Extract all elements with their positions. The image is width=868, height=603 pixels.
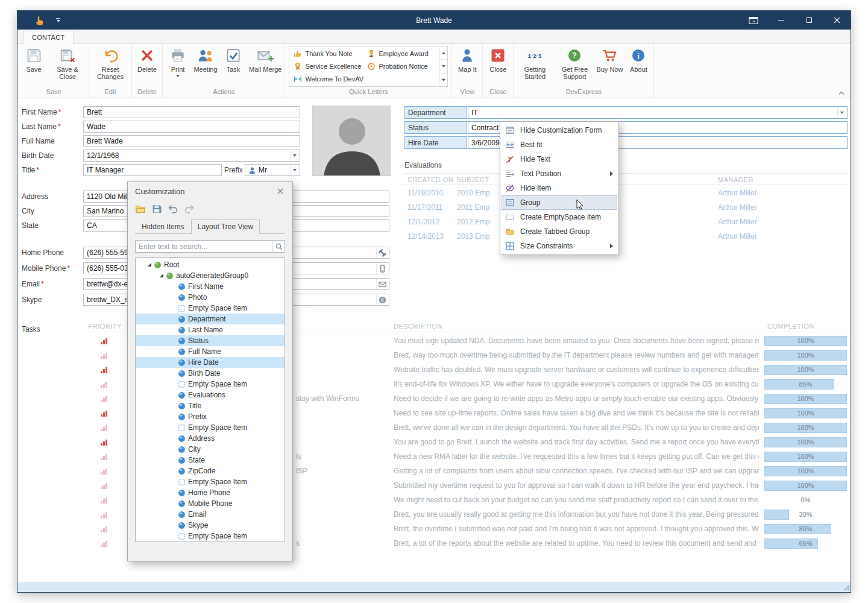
tab-contact[interactable]: CONTACT	[23, 31, 74, 44]
column-header-completion[interactable]: COMPLETION	[767, 323, 814, 330]
ribbon-button-save[interactable]: Save	[20, 45, 48, 88]
ribbon-button-getting-started[interactable]: 1·2·3Getting Started	[515, 45, 555, 88]
tree-node-full-name[interactable]: Full Name	[136, 346, 285, 357]
field-title[interactable]: IT Manager	[83, 164, 222, 176]
search-icon[interactable]	[272, 241, 285, 252]
tree-node-birth-date[interactable]: Birth Date	[136, 368, 285, 379]
ribbon-button-task[interactable]: Task	[219, 45, 247, 88]
gallery-more-button[interactable]	[439, 74, 447, 86]
ribbon-button-mail-merge[interactable]: Mail Merge	[247, 45, 283, 88]
dialog-tab-layout-tree-view[interactable]: Layout Tree View	[191, 219, 260, 234]
tree-node-first-name[interactable]: First Name	[136, 281, 285, 292]
tree-node-address[interactable]: Address	[136, 433, 285, 444]
ribbon-button-map-it[interactable]: Map It	[453, 45, 481, 88]
gallery-item-thank-you-note[interactable]: Thank You Note	[291, 48, 364, 60]
tree-node-mobile-phone[interactable]: Mobile Phone	[136, 498, 285, 509]
ribbon-button-save-close[interactable]: Save & Close	[48, 45, 87, 88]
menu-item-hide-item[interactable]: Hide Item	[502, 181, 617, 195]
menu-item-hide-customization-form[interactable]: Hide Customization Form	[502, 123, 617, 137]
dropdown-button[interactable]	[290, 151, 299, 160]
tree-node-email[interactable]: Email	[136, 509, 285, 520]
close-button[interactable]	[823, 11, 851, 30]
menu-item-group[interactable]: Group	[502, 195, 617, 210]
tree-node-empty-space-item[interactable]: Empty Space Item	[136, 422, 285, 433]
dialog-close-icon[interactable]	[275, 186, 285, 196]
display-options-button[interactable]	[740, 11, 767, 30]
tree-node-label: Birth Date	[188, 369, 220, 377]
menu-item-size-constraints[interactable]: Size Constraints	[502, 239, 617, 253]
column-header-manager[interactable]: MANAGER	[718, 176, 753, 183]
ribbon-group-caption: Close	[484, 88, 512, 98]
menu-item-best-fit[interactable]: Best fit	[502, 137, 617, 152]
ribbon-button-meeting[interactable]: Meeting	[192, 45, 219, 88]
field-first-name[interactable]: Brett	[83, 106, 300, 118]
gallery-scroll-down-button[interactable]	[439, 60, 447, 73]
minimize-button[interactable]	[767, 11, 795, 30]
tree-node-empty-space-item[interactable]: Empty Space Item	[136, 476, 285, 487]
tree-node-city[interactable]: City	[136, 444, 285, 455]
gallery-item-service-excellence[interactable]: Service Excellence	[291, 60, 364, 73]
ribbon-button-get-free-support[interactable]: ?Get Free Support	[555, 45, 594, 88]
resize-grip-icon[interactable]	[843, 585, 849, 591]
field-full-name[interactable]: Brett Wade	[83, 135, 300, 147]
dropdown-button[interactable]	[290, 165, 299, 175]
undo-button[interactable]	[168, 204, 178, 214]
search-input[interactable]	[136, 241, 272, 252]
ribbon-button-buy-now[interactable]: Buy Now	[594, 45, 624, 88]
expand-icon[interactable]	[157, 274, 166, 277]
tree-node-zipcode[interactable]: ZipCode	[136, 466, 285, 476]
priority-icon	[101, 482, 107, 489]
open-layout-button[interactable]	[135, 204, 146, 214]
column-header-subject[interactable]: SUBJECT	[457, 176, 489, 183]
menu-item-hide-text[interactable]: THide Text	[502, 152, 617, 166]
tree-node-department[interactable]: Department	[136, 314, 285, 324]
tree-node-last-name[interactable]: Last Name	[136, 324, 285, 335]
tree-node-prefix[interactable]: Prefix	[136, 411, 285, 422]
tree-node-evaluations[interactable]: Evaluations	[136, 390, 285, 400]
field-prefix[interactable]: Mr	[245, 164, 300, 176]
dropdown-button[interactable]	[837, 107, 846, 118]
svg-text:i: i	[638, 51, 640, 60]
column-header-priority[interactable]: PRIORITY	[88, 323, 122, 330]
tree-node-state[interactable]: State	[136, 455, 285, 466]
ribbon-button-reset-changes[interactable]: Reset Changes	[90, 45, 130, 88]
save-layout-button[interactable]	[151, 204, 162, 214]
dialog-tab-hidden-items[interactable]: Hidden Items	[135, 219, 191, 234]
tree-node-home-phone[interactable]: Home Phone	[136, 487, 285, 498]
gallery-item-employee-award[interactable]: Employee Award	[364, 48, 438, 60]
tree-node-photo[interactable]: Photo	[136, 292, 285, 303]
ribbon-button-print[interactable]: Print	[164, 45, 192, 88]
tree-node-empty-space-item[interactable]: Empty Space Item	[136, 379, 285, 390]
tree-node-root[interactable]: Root	[136, 259, 285, 270]
maximize-button[interactable]	[795, 11, 823, 30]
gallery-scroll-up-button[interactable]	[439, 46, 447, 60]
ribbon-button-delete[interactable]: Delete	[133, 45, 161, 88]
gallery-item-probation-notice[interactable]: Probation Notice	[364, 60, 438, 73]
field-department[interactable]: IT	[468, 106, 848, 119]
expand-icon[interactable]	[145, 263, 154, 267]
menu-item-create-tabbed-group[interactable]: Create Tabbed Group	[502, 224, 617, 239]
gallery-item-welcome-to-devav[interactable]: Welcome To DevAV	[291, 72, 364, 85]
task-completion: 100%	[764, 466, 847, 476]
tree-node-empty-space-item[interactable]: Empty Space Item	[136, 303, 285, 314]
menu-item-create-emptyspace-item[interactable]: Create EmptySpace Item	[502, 210, 617, 224]
collapse-ribbon-icon[interactable]	[838, 91, 844, 95]
tree-node-status[interactable]: Status	[136, 335, 285, 346]
dialog-titlebar[interactable]: Customization	[128, 182, 292, 200]
priority-icon	[101, 410, 107, 417]
column-header-description[interactable]: DESCRIPTION	[394, 323, 442, 330]
customization-dialog: Customization Hidden ItemsLayout Tree Vi…	[127, 182, 293, 561]
task-description: Brett, we've done all we can in the desi…	[394, 423, 759, 432]
tree-node-title[interactable]: Title	[136, 400, 285, 411]
tree-node-autogeneratedgroup0[interactable]: autoGeneratedGroup0	[136, 270, 285, 281]
tree-node-empty-space-item[interactable]: Empty Space Item	[136, 531, 285, 541]
redo-button[interactable]	[184, 204, 195, 214]
ribbon-button-about[interactable]: iAbout	[624, 45, 652, 88]
field-last-name[interactable]: Wade	[83, 121, 300, 133]
tree-node-hire-date[interactable]: Hire Date	[136, 357, 285, 368]
ribbon-button-close[interactable]: Close	[484, 45, 512, 88]
column-header-created-on[interactable]: CREATED ON	[407, 176, 453, 183]
tree-node-skype[interactable]: Skype	[136, 520, 285, 531]
field-birth-date[interactable]: 12/1/1968	[83, 150, 300, 162]
menu-item-text-position[interactable]: Text Position	[502, 166, 617, 181]
